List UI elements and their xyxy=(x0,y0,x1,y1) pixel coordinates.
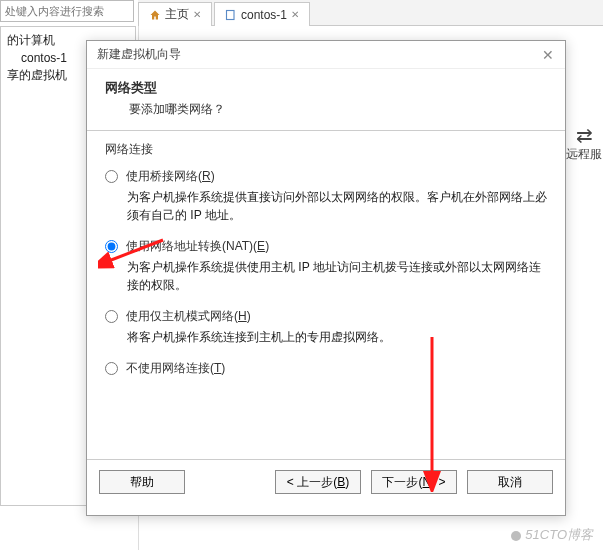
new-vm-wizard-dialog: 新建虚拟机向导 ✕ 网络类型 要添加哪类网络？ 网络连接 使用桥接网络(R) 为… xyxy=(86,40,566,516)
page-title: 网络类型 xyxy=(105,79,547,97)
option-none: 不使用网络连接(T) xyxy=(105,360,547,377)
watermark-dot-icon xyxy=(511,531,521,541)
tab-bar: 主页 ✕ contos-1 ✕ xyxy=(138,0,603,26)
option-none-label: 不使用网络连接(T) xyxy=(126,360,225,377)
radio-none[interactable] xyxy=(105,362,118,375)
svg-rect-0 xyxy=(227,10,235,19)
network-group-label: 网络连接 xyxy=(105,141,547,158)
help-button[interactable]: 帮助 xyxy=(99,470,185,494)
dialog-title: 新建虚拟机向导 xyxy=(97,46,181,63)
cancel-button[interactable]: 取消 xyxy=(467,470,553,494)
search-input[interactable] xyxy=(1,5,133,17)
option-hostonly-label: 使用仅主机模式网络(H) xyxy=(126,308,251,325)
dialog-titlebar: 新建虚拟机向导 ✕ xyxy=(87,41,565,69)
option-bridged-row[interactable]: 使用桥接网络(R) xyxy=(105,168,547,185)
tab-home-close-icon[interactable]: ✕ xyxy=(193,9,201,20)
option-hostonly: 使用仅主机模式网络(H) 将客户机操作系统连接到主机上的专用虚拟网络。 xyxy=(105,308,547,346)
option-hostonly-desc: 将客户机操作系统连接到主机上的专用虚拟网络。 xyxy=(105,325,547,346)
option-nat: 使用网络地址转换(NAT)(E) 为客户机操作系统提供使用主机 IP 地址访问主… xyxy=(105,238,547,294)
right-panel: ⇄ 远程服 xyxy=(565,120,603,167)
page-subtitle: 要添加哪类网络？ xyxy=(105,97,547,118)
document-icon xyxy=(225,9,237,21)
back-button[interactable]: < 上一步(B) xyxy=(275,470,361,494)
close-icon[interactable]: ✕ xyxy=(539,47,557,63)
watermark: 51CTO博客 xyxy=(511,526,593,544)
option-bridged: 使用桥接网络(R) 为客户机操作系统提供直接访问外部以太网网络的权限。客户机在外… xyxy=(105,168,547,224)
option-nat-desc: 为客户机操作系统提供使用主机 IP 地址访问主机拨号连接或外部以太网网络连接的权… xyxy=(105,255,547,294)
home-icon xyxy=(149,9,161,21)
option-nat-label: 使用网络地址转换(NAT)(E) xyxy=(126,238,269,255)
option-hostonly-row[interactable]: 使用仅主机模式网络(H) xyxy=(105,308,547,325)
option-bridged-desc: 为客户机操作系统提供直接访问外部以太网网络的权限。客户机在外部网络上必须有自己的… xyxy=(105,185,547,224)
option-bridged-label: 使用桥接网络(R) xyxy=(126,168,215,185)
tab-contos-1-close-icon[interactable]: ✕ xyxy=(291,9,299,20)
tab-home[interactable]: 主页 ✕ xyxy=(138,2,212,26)
option-none-row[interactable]: 不使用网络连接(T) xyxy=(105,360,547,377)
search-box[interactable] xyxy=(0,0,134,22)
tab-contos-1[interactable]: contos-1 ✕ xyxy=(214,2,310,26)
dialog-header: 网络类型 要添加哪类网络？ xyxy=(87,69,565,130)
bidirectional-arrow-icon: ⇄ xyxy=(565,124,603,146)
dialog-body: 网络连接 使用桥接网络(R) 为客户机操作系统提供直接访问外部以太网网络的权限。… xyxy=(87,130,565,460)
tab-home-label: 主页 xyxy=(165,6,189,23)
radio-hostonly[interactable] xyxy=(105,310,118,323)
radio-bridged[interactable] xyxy=(105,170,118,183)
tab-contos-1-label: contos-1 xyxy=(241,8,287,22)
right-panel-label: 远程服 xyxy=(565,146,603,163)
dialog-footer: 帮助 < 上一步(B) 下一步(N) > 取消 xyxy=(87,460,565,504)
next-button[interactable]: 下一步(N) > xyxy=(371,470,457,494)
radio-nat[interactable] xyxy=(105,240,118,253)
option-nat-row[interactable]: 使用网络地址转换(NAT)(E) xyxy=(105,238,547,255)
